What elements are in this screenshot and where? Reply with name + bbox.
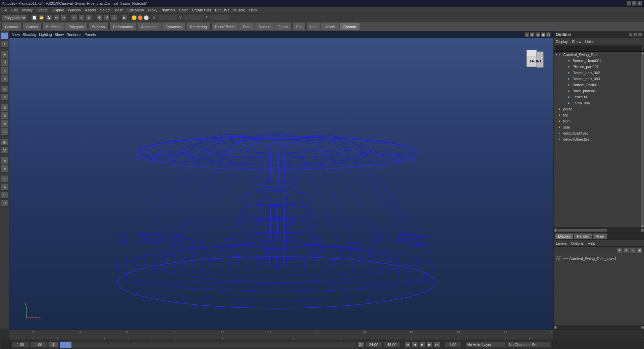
outliner-item-7[interactable]: ●Fence001 (554, 94, 641, 100)
tab-subdivs[interactable]: Subdivs (88, 23, 109, 30)
outliner-item-1[interactable]: ●Bottom_Head001 (554, 58, 641, 64)
outliner-item-9[interactable]: ●persp (554, 106, 641, 112)
tab-painteffects[interactable]: PaintEffects (211, 23, 238, 30)
tab-animation[interactable]: Animation (138, 23, 161, 30)
outliner-scroll-v[interactable]: ▲ ▼ (641, 52, 644, 228)
hide-selected-button[interactable]: ≡ (1, 175, 8, 183)
menu-edit-uvs[interactable]: Edit UVs (215, 8, 229, 12)
timeline-track[interactable]: 124681012141618202224 (9, 330, 553, 340)
open-button[interactable]: 📂 (39, 15, 45, 21)
ipr-render-button[interactable]: ⬡ (1, 146, 8, 154)
vp-shading-menu[interactable]: Shading (23, 33, 36, 37)
minimize-button[interactable]: _ (627, 1, 631, 6)
snap-point-button[interactable]: ⊡ (1, 128, 8, 135)
viewport[interactable]: View Shading Lighting Show Renderer Pane… (9, 31, 553, 330)
outliner-scroll-thumb[interactable] (641, 55, 644, 224)
outliner-search-input[interactable] (555, 46, 643, 51)
menu-modify[interactable]: Modify (22, 8, 33, 12)
select-tool[interactable]: ↖ (71, 15, 77, 21)
lr-menu-layers[interactable]: Layers (556, 241, 567, 245)
lr-menu-help[interactable]: Help (588, 241, 595, 245)
create-camera-button[interactable]: ⊕ (1, 157, 8, 164)
layer-item[interactable]: V Carnival_Swing_Ride_layer1 (555, 255, 643, 262)
outliner-scroll-up[interactable]: ▲ (641, 52, 644, 55)
vp-toolbar-btn-5[interactable]: ⬡ (546, 32, 551, 37)
menu-normals[interactable]: Normals (161, 8, 175, 12)
vp-view-menu[interactable]: View (12, 33, 20, 37)
play-button[interactable]: ▶ (419, 342, 425, 348)
lr-menu-options[interactable]: Options (571, 241, 584, 245)
current-frame-input[interactable] (444, 342, 461, 348)
menu-edit-mesh[interactable]: Edit Mesh (127, 8, 144, 12)
go-to-end-button[interactable]: ⏭ (434, 342, 440, 348)
maximize-button[interactable]: □ (632, 1, 637, 6)
tab-rendering[interactable]: Rendering (186, 23, 211, 30)
tab-fur[interactable]: Fur (292, 23, 306, 30)
paint-select-button[interactable]: ⌖ (1, 40, 8, 48)
redo-button[interactable]: ↪ (61, 15, 67, 21)
render-button[interactable]: ▶ (121, 15, 127, 21)
scale-tool[interactable]: ⤡ (111, 15, 117, 21)
show-manip-button[interactable]: ⊞ (1, 104, 8, 111)
tab-polygons[interactable]: Polygons (65, 23, 87, 30)
silhouette-button[interactable]: ⊗ (1, 165, 8, 172)
paint-tool[interactable]: 🖌 (86, 15, 92, 21)
range-end-input[interactable] (365, 342, 382, 348)
tab-ncloth[interactable]: nCloth (321, 23, 339, 30)
vp-renderer-menu[interactable]: Renderer (66, 33, 82, 37)
outliner-item-12[interactable]: ●side (554, 124, 641, 130)
outliner-hscroll-right[interactable]: ► (641, 229, 644, 232)
select-mode-button[interactable]: ↖ (1, 32, 8, 40)
outliner-menu-show[interactable]: Show (572, 40, 581, 44)
menu-select[interactable]: Select (100, 8, 110, 12)
menu-proxy[interactable]: Proxy (148, 8, 157, 12)
lr-tool-4[interactable]: ▣ (637, 248, 643, 253)
outliner-minimize[interactable]: _ (629, 33, 633, 37)
outliner-item-14[interactable]: ●defaultObjectSet (554, 136, 641, 142)
frame-1-button[interactable]: 1 (48, 342, 58, 348)
mode-selector[interactable]: Polygons (1, 15, 27, 21)
move-tool[interactable]: ✛ (96, 15, 102, 21)
range-start-input[interactable] (30, 342, 47, 348)
vp-toolbar-btn-3[interactable]: ⊗ (535, 32, 540, 37)
layer-visibility-check[interactable]: V (556, 256, 561, 261)
vp-toolbar-btn-2[interactable]: ⊕ (530, 32, 535, 37)
sculpt-button[interactable]: ⊙ (1, 93, 8, 101)
menu-edit[interactable]: Edit (11, 8, 18, 12)
tab-hair[interactable]: Hair (306, 23, 320, 30)
tab-dynamics[interactable]: Dynamics (162, 23, 185, 30)
tab-muscle[interactable]: Muscle (255, 23, 274, 30)
snap-curve-button[interactable]: ⊠ (1, 120, 8, 127)
menu-mesh[interactable]: Mesh (114, 8, 123, 12)
outliner-maximize[interactable]: □ (633, 33, 637, 37)
go-to-start-button[interactable]: ⏮ (405, 342, 411, 348)
bottom-tool-2[interactable]: ⊣ (1, 199, 8, 207)
vp-show-menu[interactable]: Show (55, 33, 64, 37)
tab-surfaces[interactable]: Surfaces (42, 23, 64, 30)
menu-window[interactable]: Window (68, 8, 81, 12)
current-frame-start-input[interactable] (12, 342, 29, 348)
bottom-tool-1[interactable]: ⊢ (1, 191, 8, 199)
timeline-bar[interactable] (60, 342, 357, 348)
outliner-close[interactable]: × (638, 33, 642, 37)
frame-24-button[interactable]: 24 (358, 342, 364, 348)
close-button[interactable]: × (637, 1, 642, 6)
menu-file[interactable]: File (1, 8, 7, 12)
menu-create[interactable]: Create (37, 8, 48, 12)
outliner-item-3[interactable]: ●Rotate_part_002 (554, 70, 641, 76)
move-tool-button[interactable]: ✛ (1, 51, 8, 58)
soft-mod-button[interactable]: ◎ (1, 85, 8, 93)
menu-color[interactable]: Color (179, 8, 188, 12)
outliner-item-5[interactable]: ●Bottom_Part001 (554, 82, 641, 88)
lr-tab-render[interactable]: Render (574, 233, 592, 239)
tab-fluids[interactable]: Fluids (275, 23, 292, 30)
max-range-input[interactable] (383, 342, 400, 348)
lr-tool-1[interactable]: ⊕ (616, 248, 623, 253)
lasso-tool[interactable]: ⌖ (78, 15, 85, 21)
outliner-hscroll-left[interactable]: ◄ (554, 229, 557, 232)
outliner-item-0[interactable]: ▼●Carnival_Swing_Ride (554, 52, 641, 58)
lr-tool-3[interactable]: ≡ (630, 248, 636, 253)
outliner-item-8[interactable]: ●Lamp_006 (554, 100, 641, 106)
tab-toon[interactable]: Toon (239, 23, 254, 30)
menu-display[interactable]: Display (52, 8, 64, 12)
